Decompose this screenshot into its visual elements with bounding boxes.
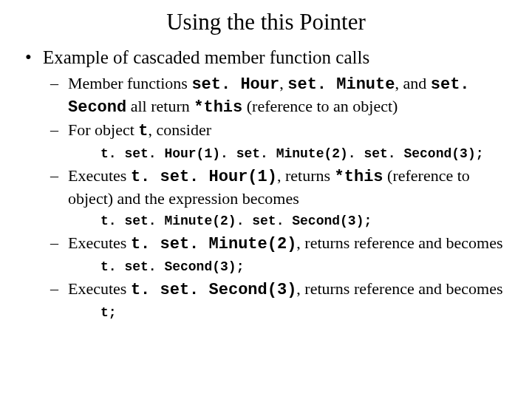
code-block: t. set. Hour(1). set. Minute(2). set. Se…	[100, 146, 510, 163]
slide: Using the this Pointer Example of cascad…	[0, 0, 532, 399]
sub-item: Member functions set. Hour, set. Minute,…	[43, 73, 510, 118]
text-run: , consider	[149, 120, 212, 139]
sub-item: For object t, consider	[43, 120, 510, 143]
slide-title: Using the this Pointer	[22, 9, 510, 35]
bullet-item: Example of cascaded member function call…	[22, 46, 510, 321]
bullet-text: Example of cascaded member function call…	[43, 47, 369, 67]
bullet-list-level1: Example of cascaded member function call…	[22, 46, 510, 321]
text-run: , returns reference and becomes	[296, 233, 502, 252]
text-run: Executes	[68, 279, 131, 298]
text-run: , and	[395, 74, 430, 92]
text-run: (reference to an object)	[242, 97, 398, 115]
code-inline: t. set. Minute(2)	[131, 235, 296, 253]
text-run: Member functions	[68, 74, 191, 92]
code-inline: t	[138, 122, 148, 140]
bullet-list-level2: Member functions set. Hour, set. Minute,…	[43, 73, 510, 321]
sub-item: Executes t. set. Second(3), returns refe…	[43, 279, 510, 301]
code-inline: *this	[335, 168, 383, 186]
sub-item: Executes t. set. Hour(1), returns *this …	[43, 166, 510, 209]
text-run: Executes	[68, 166, 131, 185]
code-block: t. set. Minute(2). set. Second(3);	[100, 213, 510, 230]
code-block: t. set. Second(3);	[100, 259, 510, 276]
text-run: all return	[126, 97, 194, 115]
text-run: For object	[68, 120, 138, 139]
code-inline: t. set. Second(3)	[131, 281, 296, 299]
text-run: Executes	[68, 233, 131, 252]
code-inline: set. Hour	[191, 75, 279, 94]
text-run: ,	[279, 74, 287, 92]
code-block: t;	[100, 304, 510, 321]
code-inline: set. Minute	[287, 75, 395, 94]
text-run: , returns reference and becomes	[296, 279, 502, 298]
code-inline: t. set. Hour(1)	[131, 168, 277, 186]
text-run: , returns	[277, 166, 335, 185]
sub-item: Executes t. set. Minute(2), returns refe…	[43, 233, 510, 256]
code-inline: *this	[194, 98, 242, 117]
